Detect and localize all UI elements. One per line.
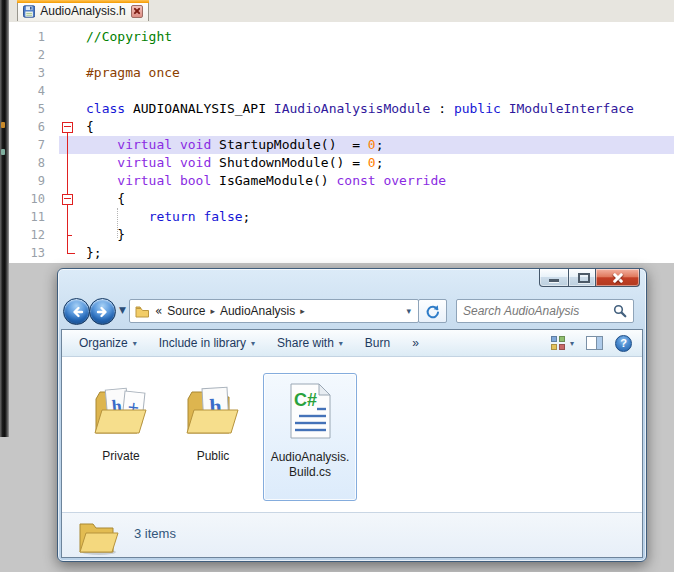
csharp-file-icon: C# — [264, 382, 356, 446]
line-number: 10 — [9, 190, 45, 208]
chevron-right-icon[interactable]: ▸ — [210, 306, 215, 316]
code-line-2[interactable]: 2 — [9, 46, 674, 64]
code-area[interactable]: 1//Copyright23#pragma once45class AUDIOA… — [9, 22, 674, 263]
file-item-private[interactable]: h + Private — [75, 373, 167, 501]
background-code-fragment — [1, 149, 5, 155]
recent-pages-chevron-icon[interactable]: ▼ — [119, 305, 126, 315]
line-number: 6 — [9, 118, 45, 136]
close-button[interactable] — [595, 269, 640, 287]
explorer-client-area: Organize▾Include in library▾Share with▾B… — [61, 329, 643, 558]
details-pane: 3 items — [62, 512, 642, 557]
back-button[interactable] — [63, 298, 90, 325]
code-line-8[interactable]: 8 virtual void ShutdownModule() = 0; — [9, 154, 674, 172]
search-placeholder: Search AudioAnalysis — [463, 304, 579, 318]
toolbar-more[interactable]: » — [401, 332, 430, 354]
file-label: Private — [75, 449, 167, 464]
file-list: h + Private — [62, 358, 642, 513]
breadcrumb-source[interactable]: Source — [167, 304, 205, 318]
line-number: 1 — [9, 28, 45, 46]
background-code-fragment — [1, 122, 5, 128]
toolbar-right-icons: ▾ ? — [551, 335, 636, 352]
active-tab-accent — [17, 0, 149, 3]
code-line-3[interactable]: 3#pragma once — [9, 64, 674, 82]
code-line-1[interactable]: 1//Copyright — [9, 28, 674, 46]
fold-collapse-icon[interactable] — [62, 194, 73, 205]
folder-private-icon: h + — [75, 381, 167, 445]
code-editor-window: AudioAnalysis.h 1//Copyright23#pragma on… — [9, 0, 674, 263]
code-line-6[interactable]: 6{ — [9, 118, 674, 136]
search-input[interactable]: Search AudioAnalysis — [456, 299, 634, 323]
change-view-button[interactable]: ▾ — [551, 336, 574, 351]
svg-text:C#: C# — [294, 390, 317, 410]
code-line-11[interactable]: 11 return false; — [9, 208, 674, 226]
minimize-button[interactable] — [539, 269, 569, 287]
line-number: 7 — [9, 136, 45, 154]
tab-audioanalysis-h[interactable]: AudioAnalysis.h — [17, 0, 149, 21]
background-window-edge — [0, 0, 9, 437]
file-item-public[interactable]: h Public — [167, 373, 259, 501]
address-dropdown-icon[interactable]: ▾ — [406, 306, 413, 316]
breadcrumb-overflow[interactable]: « — [155, 304, 162, 318]
line-number: 2 — [9, 46, 45, 64]
line-number: 9 — [9, 172, 45, 190]
maximize-button[interactable] — [568, 269, 596, 287]
tab-close-icon[interactable] — [131, 5, 143, 18]
command-toolbar: Organize▾Include in library▾Share with▾B… — [62, 330, 642, 357]
folder-icon — [135, 305, 150, 318]
window-caption-buttons — [539, 269, 640, 287]
line-number: 11 — [9, 208, 45, 226]
code-line-4[interactable]: 4 — [9, 82, 674, 100]
tab-title: AudioAnalysis.h — [40, 4, 125, 18]
toolbar-organize[interactable]: Organize▾ — [68, 332, 148, 354]
refresh-button[interactable] — [418, 299, 447, 323]
floppy-disk-icon — [23, 5, 35, 18]
preview-pane-button[interactable] — [586, 336, 603, 350]
chevron-right-icon[interactable]: ▸ — [300, 306, 305, 316]
views-grid-icon — [551, 336, 566, 351]
code-line-12[interactable]: 12 } — [9, 226, 674, 244]
item-count: 3 items — [134, 526, 176, 541]
magnifier-icon[interactable] — [613, 304, 627, 318]
arrow-right-icon — [95, 304, 111, 320]
toolbar-include-in-library[interactable]: Include in library▾ — [148, 332, 266, 354]
line-number: 3 — [9, 64, 45, 82]
fold-collapse-icon[interactable] — [62, 122, 73, 133]
help-button[interactable]: ? — [615, 335, 632, 352]
editor-tab-bar: AudioAnalysis.h — [9, 0, 674, 23]
folder-public-icon: h — [167, 381, 259, 445]
toolbar-burn[interactable]: Burn — [354, 332, 401, 354]
file-label: AudioAnalysis.Build.cs — [264, 450, 356, 480]
chevron-down-icon: ▾ — [339, 339, 343, 348]
fold-bracket-end — [67, 253, 75, 254]
address-bar[interactable]: « Source ▸ AudioAnalysis ▸ ▾ — [129, 299, 419, 323]
line-number: 4 — [9, 82, 45, 100]
chevron-down-icon: ▾ — [133, 339, 137, 348]
toolbar-share-with[interactable]: Share with▾ — [266, 332, 354, 354]
line-number: 5 — [9, 100, 45, 118]
code-line-5[interactable]: 5class AUDIOANALYSIS_API IAudioAnalysisM… — [9, 100, 674, 118]
code-line-10[interactable]: 10 { — [9, 190, 674, 208]
line-number: 8 — [9, 154, 45, 172]
line-number: 12 — [9, 226, 45, 244]
chevron-down-icon: ▾ — [570, 339, 574, 348]
chevron-down-icon: ▾ — [251, 339, 255, 348]
file-label: Public — [167, 449, 259, 464]
forward-button[interactable] — [89, 298, 116, 325]
open-folder-icon — [76, 516, 120, 560]
refresh-icon — [425, 304, 440, 319]
breadcrumb-audioanalysis[interactable]: AudioAnalysis — [220, 304, 295, 318]
explorer-window[interactable]: ▼ « Source ▸ AudioAnalysis ▸ ▾ Search Au… — [57, 268, 647, 562]
code-line-7[interactable]: 7 virtual void StartupModule() = 0; — [9, 136, 674, 154]
arrow-left-icon — [69, 304, 85, 320]
file-item-audioanalysis-build-cs[interactable]: C# AudioAnalysis.Build.cs — [263, 373, 357, 501]
code-line-9[interactable]: 9 virtual bool IsGameModule() const over… — [9, 172, 674, 190]
code-line-13[interactable]: 13}; — [9, 244, 674, 262]
fold-bracket-end — [67, 235, 72, 236]
line-number: 13 — [9, 244, 45, 262]
